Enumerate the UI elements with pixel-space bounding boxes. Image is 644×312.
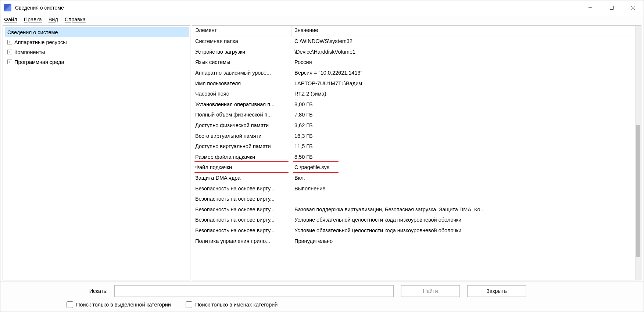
row-key: Аппаратно-зависимый урове... — [192, 69, 291, 76]
table-row[interactable]: Часовой поясRTZ 2 (зима) — [192, 89, 635, 99]
table-row[interactable]: Размер файла подкачки8,50 ГБ — [192, 152, 635, 162]
row-value: 7,80 ГБ — [291, 111, 635, 118]
minimize-button[interactable] — [580, 0, 601, 15]
row-key: Язык системы — [192, 58, 291, 66]
table-row[interactable]: Доступно виртуальной памяти11,5 ГБ — [192, 141, 635, 152]
row-key: Безопасность на основе вирту... — [192, 195, 291, 202]
find-button[interactable]: Найти — [401, 285, 460, 297]
table-row[interactable]: Язык системыРоссия — [192, 57, 635, 68]
row-key: Системная папка — [192, 37, 291, 45]
table-row[interactable]: Безопасность на основе вирту...Условие о… — [192, 215, 635, 225]
table-row[interactable]: Файл подкачкиC:\pagefile.sys — [192, 162, 635, 173]
scrollbar-thumb[interactable] — [636, 125, 640, 257]
details-pane: Элемент Значение Системная папкаC:\WINDO… — [192, 25, 641, 280]
checkbox-label: Поиск только в именах категорий — [195, 302, 278, 308]
row-value: Вкл. — [291, 174, 635, 182]
row-value: Россия — [291, 58, 635, 66]
row-value: Условие обязательной целостности кода ни… — [291, 227, 635, 234]
row-value: 16,3 ГБ — [291, 132, 635, 140]
expand-icon[interactable]: + — [7, 50, 12, 54]
vertical-scrollbar[interactable] — [635, 26, 641, 280]
tree-item-software-env[interactable]: + Программная среда — [5, 57, 189, 67]
row-key: Доступно физической памяти — [192, 122, 291, 129]
close-search-button[interactable]: Закрыть — [467, 285, 526, 297]
row-value: RTZ 2 (зима) — [291, 90, 635, 97]
checkbox-input[interactable] — [186, 301, 192, 308]
table-row[interactable]: Безопасность на основе вирту...Условие о… — [192, 225, 635, 236]
table-row[interactable]: Доступно физической памяти3,62 ГБ — [192, 120, 635, 131]
search-input[interactable] — [114, 285, 394, 297]
tree-root-item[interactable]: Сведения о системе — [5, 27, 189, 37]
table-row[interactable]: Защита DMA ядраВкл. — [192, 173, 635, 183]
row-key: Доступно виртуальной памяти — [192, 143, 291, 150]
row-key: Защита DMA ядра — [192, 174, 291, 182]
row-value: Выполнение — [291, 185, 635, 192]
menu-file[interactable]: Файл — [4, 17, 17, 22]
row-value: Базовая поддержка виртуализации, Безопас… — [291, 206, 635, 213]
menu-edit[interactable]: Правка — [24, 17, 42, 22]
row-value: Принудительно — [291, 237, 635, 245]
row-key: Устройство загрузки — [192, 48, 291, 55]
row-key: Безопасность на основе вирту... — [192, 185, 291, 192]
row-key: Политика управления прило... — [192, 237, 291, 245]
expand-icon[interactable]: + — [7, 40, 12, 44]
column-headers: Элемент Значение — [192, 26, 635, 36]
row-key: Часовой пояс — [192, 90, 291, 97]
row-value: 8,50 ГБ — [291, 153, 635, 161]
menu-help[interactable]: Справка — [65, 17, 86, 22]
close-icon — [631, 6, 635, 10]
table-row[interactable]: Системная папкаC:\WINDOWS\system32 — [192, 36, 635, 47]
row-key: Полный объем физической п... — [192, 111, 291, 118]
menu-bar: Файл Правка Вид Справка — [0, 15, 644, 25]
row-value: Версия = "10.0.22621.1413" — [291, 69, 635, 76]
tree-item-hardware[interactable]: + Аппаратные ресурсы — [5, 37, 189, 47]
tree-pane[interactable]: Сведения о системе + Аппаратные ресурсы … — [3, 25, 190, 280]
row-key: Имя пользователя — [192, 80, 291, 87]
row-key: Безопасность на основе вирту... — [192, 216, 291, 223]
svg-rect-1 — [610, 6, 613, 9]
close-button[interactable] — [622, 0, 644, 15]
checkbox-category-names[interactable]: Поиск только в именах категорий — [186, 301, 278, 308]
row-key: Безопасность на основе вирту... — [192, 227, 291, 234]
tree-root-label: Сведения о системе — [7, 29, 58, 35]
column-header-element[interactable]: Элемент — [192, 26, 291, 36]
row-key: Размер файла подкачки — [192, 153, 291, 161]
row-value: \Device\HarddiskVolume1 — [291, 48, 635, 55]
titlebar: Сведения о системе — [0, 0, 644, 15]
table-row[interactable]: Политика управления прило...Принудительн… — [192, 236, 635, 246]
row-key: Установленная оперативная п... — [192, 101, 291, 108]
table-row[interactable]: Установленная оперативная п...8,00 ГБ — [192, 99, 635, 110]
tree-item-components[interactable]: + Компоненты — [5, 47, 189, 57]
expand-icon[interactable]: + — [7, 60, 12, 64]
maximize-button[interactable] — [601, 0, 622, 15]
table-row[interactable]: Устройство загрузки\Device\HarddiskVolum… — [192, 47, 635, 57]
table-row[interactable]: Всего виртуальной памяти16,3 ГБ — [192, 130, 635, 141]
checkbox-selected-category[interactable]: Поиск только в выделенной категории — [67, 301, 171, 308]
table-row[interactable]: Безопасность на основе вирту...Базовая п… — [192, 204, 635, 215]
row-key: Всего виртуальной памяти — [192, 132, 291, 140]
row-value: Условие обязательной целостности кода ни… — [291, 216, 635, 223]
checkbox-input[interactable] — [67, 301, 73, 308]
window-title: Сведения о системе — [15, 5, 64, 11]
column-header-value[interactable]: Значение — [291, 26, 635, 36]
table-row[interactable]: Безопасность на основе вирту... — [192, 194, 635, 204]
table-row[interactable]: Полный объем физической п...7,80 ГБ — [192, 110, 635, 120]
row-value: LAPTOP-7UU1M7TL\Вадим — [291, 80, 635, 87]
maximize-icon — [609, 6, 614, 10]
row-value: 3,62 ГБ — [291, 122, 635, 129]
row-value: 8,00 ГБ — [291, 101, 635, 108]
tree-item-label: Компоненты — [14, 49, 45, 55]
row-value: C:\WINDOWS\system32 — [291, 37, 635, 45]
search-bar: Искать: Найти Закрыть Поиск только в выд… — [0, 281, 644, 312]
search-label: Искать: — [4, 288, 111, 294]
table-row[interactable]: Аппаратно-зависимый урове...Версия = "10… — [192, 68, 635, 78]
menu-view[interactable]: Вид — [49, 17, 58, 22]
row-value: C:\pagefile.sys — [291, 164, 635, 171]
row-value: 11,5 ГБ — [291, 143, 635, 150]
row-value — [291, 198, 635, 200]
row-key: Безопасность на основе вирту... — [192, 206, 291, 213]
row-key: Файл подкачки — [192, 164, 291, 171]
table-row[interactable]: Безопасность на основе вирту...Выполнени… — [192, 183, 635, 194]
table-row[interactable]: Имя пользователяLAPTOP-7UU1M7TL\Вадим — [192, 78, 635, 89]
window-controls — [580, 0, 644, 15]
